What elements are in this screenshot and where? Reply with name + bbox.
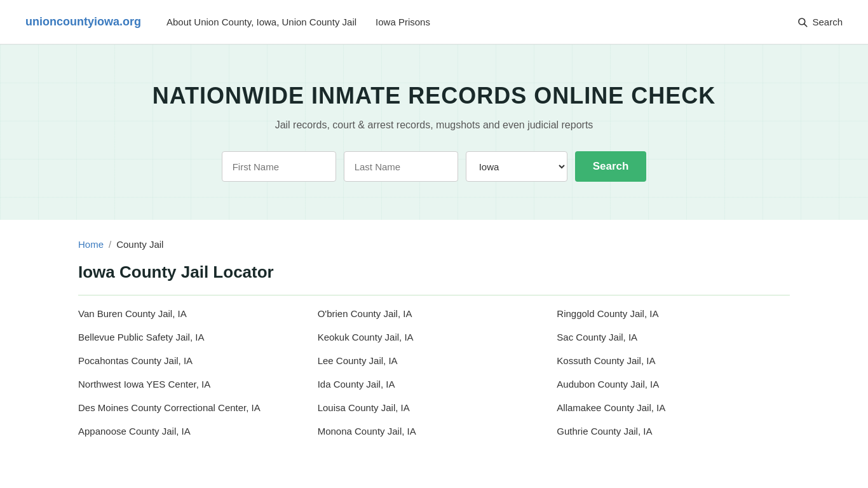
hero-section: NATIONWIDE INMATE RECORDS ONLINE CHECK J… — [0, 44, 868, 220]
search-button[interactable]: Search — [575, 151, 647, 182]
jail-list: Van Buren County Jail, IAO'brien County … — [78, 308, 790, 437]
jail-list-item[interactable]: Ida County Jail, IA — [318, 379, 551, 390]
breadcrumb-separator: / — [109, 239, 111, 250]
main-content: Home / County Jail Iowa County Jail Loca… — [53, 220, 815, 475]
jail-list-item[interactable]: Pocahontas County Jail, IA — [78, 355, 311, 366]
hero-subtitle: Jail records, court & arrest records, mu… — [25, 119, 843, 131]
jail-list-item[interactable]: Monona County Jail, IA — [318, 426, 551, 437]
nav-about[interactable]: About Union County, Iowa, Union County J… — [166, 17, 356, 27]
site-header: unioncountyiowa.org About Union County, … — [0, 0, 868, 44]
first-name-input[interactable] — [222, 151, 336, 182]
jail-list-item[interactable]: O'brien County Jail, IA — [318, 308, 551, 319]
breadcrumb: Home / County Jail — [78, 239, 790, 250]
breadcrumb-current: County Jail — [116, 239, 163, 250]
jail-list-item[interactable]: Des Moines County Correctional Center, I… — [78, 402, 311, 413]
main-nav: About Union County, Iowa, Union County J… — [166, 17, 797, 27]
svg-line-1 — [804, 24, 807, 26]
search-form: Iowa Alabama Alaska Arizona Arkansas Cal… — [25, 151, 843, 182]
page-title: Iowa County Jail Locator — [78, 262, 790, 282]
state-select[interactable]: Iowa Alabama Alaska Arizona Arkansas Cal… — [466, 151, 567, 182]
jail-list-item[interactable]: Appanoose County Jail, IA — [78, 426, 311, 437]
jail-list-item[interactable]: Keokuk County Jail, IA — [318, 332, 551, 342]
search-icon — [797, 17, 808, 28]
jail-list-item[interactable]: Guthrie County Jail, IA — [557, 426, 790, 437]
section-divider — [78, 295, 790, 295]
jail-list-item[interactable]: Ringgold County Jail, IA — [557, 308, 790, 319]
breadcrumb-home[interactable]: Home — [78, 239, 104, 250]
hero-title: NATIONWIDE INMATE RECORDS ONLINE CHECK — [25, 83, 843, 109]
header-search-button[interactable]: Search — [797, 17, 843, 28]
jail-list-item[interactable]: Bellevue Public Safety Jail, IA — [78, 332, 311, 342]
jail-list-item[interactable]: Sac County Jail, IA — [557, 332, 790, 342]
jail-list-item[interactable]: Louisa County Jail, IA — [318, 402, 551, 413]
jail-list-item[interactable]: Kossuth County Jail, IA — [557, 355, 790, 366]
jail-list-item[interactable]: Lee County Jail, IA — [318, 355, 551, 366]
jail-list-item[interactable]: Van Buren County Jail, IA — [78, 308, 311, 319]
site-logo[interactable]: unioncountyiowa.org — [25, 15, 141, 29]
jail-list-item[interactable]: Allamakee County Jail, IA — [557, 402, 790, 413]
jail-list-item[interactable]: Audubon County Jail, IA — [557, 379, 790, 390]
header-search-label: Search — [812, 17, 843, 27]
nav-iowa-prisons[interactable]: Iowa Prisons — [376, 17, 430, 27]
jail-list-item[interactable]: Northwest Iowa YES Center, IA — [78, 379, 311, 390]
last-name-input[interactable] — [344, 151, 458, 182]
